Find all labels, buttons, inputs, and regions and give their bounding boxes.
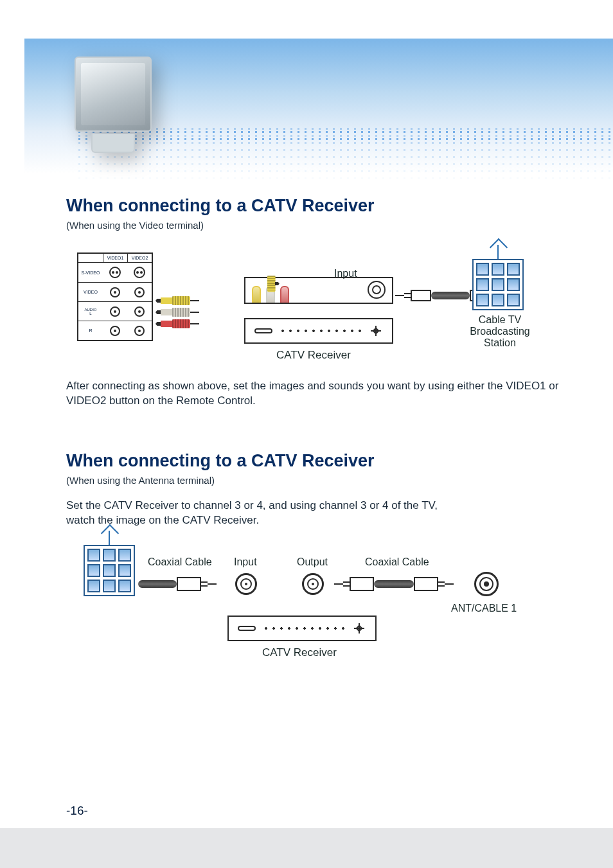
label-input: Input bbox=[234, 556, 257, 568]
label-output: Output bbox=[297, 556, 328, 568]
catv-slot-icon bbox=[238, 626, 256, 631]
label-coax-left: Coaxial Cable bbox=[148, 556, 212, 568]
coax-connector-icon bbox=[414, 577, 454, 591]
io-col-video2: VIDEO2 bbox=[127, 254, 152, 262]
diagram-2: Coaxial Cable Input Output Coaxial Cable… bbox=[84, 545, 559, 689]
io-header: VIDEO1 VIDEO2 bbox=[78, 254, 152, 263]
section-2-title: When connecting to a CATV Receiver bbox=[66, 451, 574, 471]
rca-jack bbox=[134, 287, 145, 297]
label-catv-receiver: CATV Receiver bbox=[262, 646, 337, 659]
antenna-icon bbox=[109, 531, 110, 545]
label-ant-port: ANT/CABLE 1 bbox=[451, 603, 517, 614]
label-input: Input bbox=[334, 268, 357, 279]
broadcast-station bbox=[84, 545, 135, 596]
catv-receiver-front bbox=[244, 318, 393, 344]
rca-jack bbox=[110, 287, 120, 297]
catv-tuning-knob-icon bbox=[369, 324, 383, 338]
section-2-body-line-1: Set the CATV Receiver to channel 3 or 4,… bbox=[66, 499, 574, 513]
catv-receiver-front bbox=[227, 616, 377, 641]
label-broadcast-station: Cable TV Broadcasting Station bbox=[458, 314, 542, 349]
io-row-r: R bbox=[78, 328, 103, 333]
rca-plugs-tv-side bbox=[155, 296, 199, 328]
tv-io-panel: VIDEO1 VIDEO2 S-VIDEO VIDEO AUDIO L bbox=[77, 252, 153, 341]
svideo-jack bbox=[134, 267, 145, 278]
io-row-video: VIDEO bbox=[78, 290, 103, 294]
building-frame bbox=[472, 259, 524, 310]
coax-connector-icon bbox=[334, 577, 374, 591]
catv-dots-icon bbox=[262, 626, 346, 630]
tv-screen bbox=[75, 57, 152, 132]
section-2-subtitle: (When using the Antenna terminal) bbox=[66, 475, 574, 486]
section-1-body-wrap: After connecting as shown above, set the… bbox=[66, 379, 574, 409]
rca-plug-white bbox=[155, 308, 199, 317]
section-1-subtitle: (When using the Video terminal) bbox=[66, 220, 581, 231]
building-frame bbox=[84, 545, 135, 596]
header-dots-row bbox=[76, 128, 613, 140]
svideo-jack bbox=[109, 267, 121, 278]
footer-band bbox=[0, 828, 613, 868]
io-row-svideo: S-VIDEO bbox=[78, 270, 103, 275]
section-2: When connecting to a CATV Receiver (When… bbox=[66, 411, 574, 528]
catv-tuning-knob-icon bbox=[352, 621, 366, 635]
diagram-1: VIDEO1 VIDEO2 S-VIDEO VIDEO AUDIO L bbox=[77, 247, 565, 389]
catv-av-jack bbox=[252, 286, 261, 303]
section-1-body: After connecting as shown above, set the… bbox=[66, 379, 574, 409]
rf-input-jack bbox=[235, 573, 257, 598]
section-2-body-line-2: watch the image on the CATV Receiver. bbox=[66, 513, 574, 528]
tv-ant-port bbox=[474, 572, 499, 599]
rca-jack bbox=[134, 326, 145, 336]
rca-plug-red bbox=[155, 319, 199, 328]
io-col-video1: VIDEO1 bbox=[103, 254, 127, 262]
rca-plugs-catv-side bbox=[267, 276, 279, 292]
label-catv-receiver: CATV Receiver bbox=[276, 349, 351, 362]
rca-jack bbox=[134, 306, 145, 317]
section-1: When connecting to a CATV Receiver (When… bbox=[66, 196, 581, 231]
label-coax-right: Coaxial Cable bbox=[365, 556, 429, 568]
rf-output-jack bbox=[302, 573, 324, 598]
rca-jack bbox=[110, 306, 120, 317]
section-1-title: When connecting to a CATV Receiver bbox=[66, 196, 581, 216]
io-body: S-VIDEO VIDEO AUDIO L R bbox=[78, 263, 152, 340]
catv-av-jack bbox=[280, 286, 289, 303]
catv-dots-icon bbox=[279, 329, 362, 333]
catv-slot-icon bbox=[254, 328, 272, 333]
rca-plug-yellow bbox=[267, 276, 279, 292]
page-number: -16- bbox=[66, 804, 88, 818]
catv-rf-input-jack bbox=[368, 281, 386, 299]
coax-connector-icon bbox=[177, 577, 217, 591]
tv-thumbnail bbox=[75, 57, 152, 153]
coax-run-right bbox=[334, 577, 454, 591]
coax-run-left bbox=[138, 577, 226, 591]
coax-connector-icon bbox=[395, 290, 431, 301]
catv-rear-panel bbox=[244, 277, 393, 304]
io-row-l: L bbox=[80, 312, 102, 315]
coax-cable-icon bbox=[138, 580, 177, 588]
rca-plug-yellow bbox=[155, 296, 199, 305]
rca-jack bbox=[110, 326, 120, 336]
page-header bbox=[24, 39, 613, 173]
broadcast-station bbox=[472, 259, 524, 310]
antenna-icon bbox=[497, 245, 499, 259]
coax-cable-icon bbox=[374, 580, 414, 588]
tv-stand bbox=[91, 134, 134, 153]
coax-cable-icon bbox=[431, 292, 470, 299]
